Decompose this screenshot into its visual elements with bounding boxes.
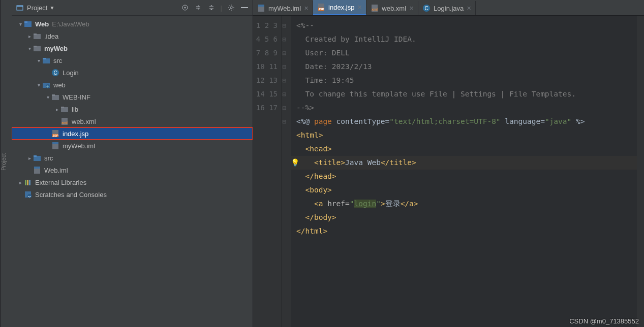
svg-point-3 [184, 7, 186, 9]
svg-rect-1 [17, 6, 23, 7]
code-area[interactable]: 1 2 3 4 5 6 7 8 9 10 11 12 13 14 15 16 1… [253, 16, 644, 327]
close-icon[interactable]: ✕ [357, 4, 362, 11]
svg-text:C: C [424, 6, 428, 11]
svg-rect-33 [25, 180, 26, 185]
tree-node-lib[interactable]: ▸lib [12, 103, 253, 115]
jspfile-icon: JSP [317, 3, 325, 11]
code-text[interactable]: <%-- Created by IntelliJ IDEA. User: DEL… [291, 16, 637, 327]
imlfile-icon [33, 166, 41, 174]
project-tree[interactable]: ▾WebE:\Java\Web▸.idea▾myWeb▾srcCLogin▾we… [12, 16, 253, 327]
tree-node-label: lib [72, 106, 78, 113]
srcdir-icon [33, 154, 41, 162]
collapse-all-icon[interactable] [207, 4, 216, 12]
svg-rect-11 [34, 46, 37, 47]
tree-node-label: External Libraries [35, 179, 86, 186]
tree-node-index-jsp[interactable]: JSPindex.jsp [12, 127, 253, 140]
svg-rect-39 [258, 5, 264, 7]
chevron-down-icon[interactable]: ▾ [44, 94, 51, 100]
svg-rect-5 [241, 7, 248, 8]
module-icon [24, 20, 32, 28]
locate-icon[interactable] [181, 4, 189, 12]
tab-myweb-iml[interactable]: myWeb.iml✕ [253, 1, 313, 15]
tree-node-web-xml[interactable]: xmlweb.xml [12, 115, 253, 127]
tree-node-src[interactable]: ▾src [12, 54, 253, 67]
chevron-right-icon[interactable]: ▸ [53, 107, 60, 112]
svg-rect-34 [27, 180, 28, 185]
svg-rect-21 [61, 107, 64, 108]
close-icon[interactable]: ✕ [409, 5, 414, 12]
svg-rect-30 [34, 155, 37, 157]
tree-node-label: Web [35, 20, 49, 28]
tree-node-src[interactable]: ▸src [12, 152, 253, 164]
tree-node-label: src [53, 57, 62, 64]
chevron-down-icon[interactable]: ▾ [26, 46, 33, 51]
close-icon[interactable]: ✕ [304, 5, 309, 12]
editor-tabs: myWeb.iml✕JSPindex.jsp✕xmlweb.xml✕CLogin… [253, 0, 644, 16]
project-icon [16, 4, 24, 12]
expand-all-icon[interactable] [194, 4, 202, 12]
folder-icon [51, 93, 59, 101]
tree-node-login[interactable]: CLogin [12, 67, 253, 79]
srcdir-icon [42, 56, 50, 64]
tab-web-xml[interactable]: xmlweb.xml✕ [366, 1, 418, 15]
imlfile-icon [51, 142, 59, 150]
tree-node-web[interactable]: ▾WebE:\Java\Web [12, 18, 253, 30]
project-toolbar: Project ▼ | [12, 0, 253, 16]
tree-node-label: index.jsp [63, 130, 88, 138]
tab-label: myWeb.iml [268, 5, 301, 12]
gear-icon[interactable] [227, 4, 235, 12]
tree-node-label: Login [63, 69, 79, 77]
editor-scrollbar[interactable] [637, 16, 644, 327]
folder-icon [33, 32, 41, 40]
tree-node-label: Scratches and Consoles [35, 191, 107, 199]
tree-node-scratches-and-consoles[interactable]: Scratches and Consoles [12, 188, 253, 201]
tree-node-label: WEB-INF [63, 93, 90, 101]
editor-pane: myWeb.iml✕JSPindex.jsp✕xmlweb.xml✕CLogin… [253, 0, 644, 327]
xmlfile-icon: xml [60, 117, 69, 125]
tree-node-label: src [44, 154, 53, 162]
svg-rect-13 [43, 58, 46, 59]
tree-node-web[interactable]: ▾web [12, 79, 253, 91]
tool-window-tab-label: Project [1, 153, 7, 171]
chevron-down-icon[interactable]: ▾ [35, 58, 42, 63]
tab-login-java[interactable]: CLogin.java✕ [418, 1, 476, 15]
tool-window-tab-project[interactable]: Project [0, 0, 12, 327]
folder-icon [60, 105, 69, 113]
close-icon[interactable]: ✕ [467, 5, 471, 12]
svg-text:C: C [53, 70, 57, 76]
webdir-icon [42, 81, 50, 89]
svg-rect-28 [52, 142, 58, 144]
svg-text:xml: xml [372, 8, 378, 11]
folder-icon [33, 44, 41, 52]
tree-node-myweb-iml[interactable]: myWeb.iml [12, 140, 253, 152]
svg-rect-9 [34, 34, 37, 35]
tree-node-path: E:\Java\Web [52, 20, 89, 28]
imlfile-icon [257, 4, 265, 12]
chevron-down-icon[interactable]: ▾ [17, 21, 24, 27]
hide-icon[interactable] [240, 4, 249, 12]
tree-node-myweb[interactable]: ▾myWeb [12, 42, 253, 54]
tree-node-label: myWeb [44, 45, 68, 52]
tree-node-web-iml[interactable]: Web.iml [12, 164, 253, 176]
tree-node-external-libraries[interactable]: ▸External Libraries [12, 176, 253, 188]
line-gutter[interactable]: 1 2 3 4 5 6 7 8 9 10 11 12 13 14 15 16 1… [253, 16, 282, 327]
svg-rect-32 [34, 167, 40, 169]
tab-label: index.jsp [328, 4, 354, 11]
project-view-selector[interactable]: Project ▼ [27, 4, 178, 12]
intention-bulb-icon[interactable]: 💡 [291, 158, 299, 167]
chevron-down-icon[interactable]: ▾ [35, 82, 42, 88]
chevron-right-icon[interactable]: ▸ [26, 155, 33, 161]
jspfile-icon: JSP [51, 129, 59, 138]
tree-node-label: web [53, 81, 66, 89]
chevron-right-icon[interactable]: ▸ [26, 34, 33, 39]
fold-gutter[interactable]: ⊟ ⊟ ⊟ ⊟ ⊟ ⊟ ⊟ ⊟ [282, 16, 291, 327]
project-sidebar: Project ▼ | ▾WebE:\Java\Web▸.idea▾myWeb▾… [12, 0, 253, 327]
tree-node-web-inf[interactable]: ▾WEB-INF [12, 91, 253, 103]
xmlfile-icon: xml [371, 4, 379, 12]
svg-point-4 [230, 7, 232, 9]
tree-node--idea[interactable]: ▸.idea [12, 30, 253, 42]
svg-rect-19 [52, 94, 55, 96]
chevron-right-icon[interactable]: ▸ [17, 180, 24, 185]
svg-rect-35 [29, 180, 30, 185]
tab-index-jsp[interactable]: JSPindex.jsp✕ [313, 0, 366, 15]
